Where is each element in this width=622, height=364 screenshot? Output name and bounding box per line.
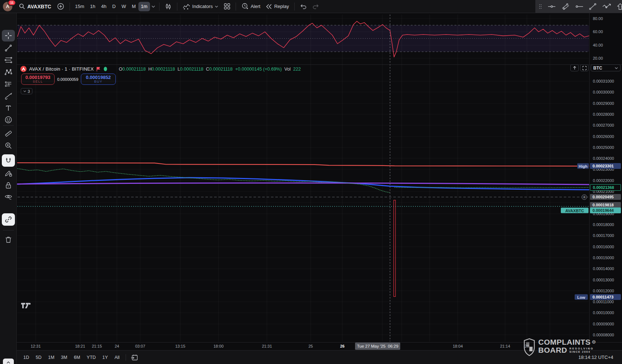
price-tick-label: 0.00022000 xyxy=(593,178,614,183)
date-range-button[interactable]: All xyxy=(111,354,122,361)
remove-drawings-button[interactable] xyxy=(2,234,15,245)
layout-button[interactable] xyxy=(221,1,233,11)
chevron-down-icon[interactable] xyxy=(151,5,155,8)
maximize-pane-button[interactable] xyxy=(580,64,588,71)
alert-line-price-badge: 0.00020495 xyxy=(590,194,621,200)
date-range-button[interactable]: 3M xyxy=(58,354,70,361)
emoji-tool-button[interactable] xyxy=(2,114,15,126)
drag-handle-icon[interactable] xyxy=(539,4,542,9)
brush-tool-button[interactable] xyxy=(2,90,15,102)
avatar[interactable]: A 11 xyxy=(3,2,12,11)
toolbar-divider xyxy=(177,3,177,11)
trend-line-button[interactable] xyxy=(2,42,15,54)
search-icon xyxy=(19,3,25,9)
ohlc-item: O0.00021118 xyxy=(119,67,146,72)
date-range-button[interactable]: 1M xyxy=(45,354,57,361)
ray-tool-icon[interactable] xyxy=(575,5,583,8)
timeframe-button[interactable]: M xyxy=(129,2,138,11)
toolbar-divider xyxy=(126,354,126,361)
goto-date-icon[interactable] xyxy=(131,354,138,361)
hide-drawings-button[interactable] xyxy=(2,191,15,203)
horizontal-line-tool-icon[interactable] xyxy=(548,4,556,9)
timeframe-button[interactable]: D xyxy=(110,2,118,11)
timeframe-group: 15m1h4hDWM xyxy=(72,2,138,11)
flag-icon[interactable] xyxy=(96,67,101,72)
parallel-channel-tool-icon[interactable] xyxy=(562,3,570,10)
timeframe-button[interactable]: 4h xyxy=(99,2,109,11)
trend-line-tool-icon[interactable] xyxy=(589,3,597,10)
date-range-button[interactable]: 5D xyxy=(33,354,44,361)
high-tag: High xyxy=(577,163,589,169)
pane-separator[interactable] xyxy=(17,64,622,65)
time-tick-label: 12:31 xyxy=(31,344,41,348)
add-alert-plus-icon[interactable]: + xyxy=(582,194,587,200)
price-tick-label: 0.00017000 xyxy=(593,233,614,238)
indicators-icon xyxy=(183,4,190,9)
fib-retracement-button[interactable] xyxy=(2,54,15,66)
date-range-button[interactable]: 1D xyxy=(20,354,32,361)
undo-icon xyxy=(300,4,307,9)
polyline-arrow-tool-icon[interactable] xyxy=(602,4,611,9)
time-axis-separator xyxy=(17,342,622,343)
redo-button[interactable] xyxy=(310,1,322,11)
replay-button[interactable]: Replay xyxy=(263,1,292,11)
candles-icon xyxy=(165,3,172,10)
avax-logo-icon xyxy=(20,66,27,72)
legend[interactable]: AVAX / Bitcoin · 1 · BITFINEX O0.0002111… xyxy=(20,66,301,72)
alert-button[interactable]: Alert xyxy=(239,1,263,11)
buy-label: BUY xyxy=(94,80,102,83)
timeframe-button-selected[interactable]: 1m xyxy=(138,2,150,11)
drawing-edit-lock-button[interactable] xyxy=(2,167,15,179)
current-time-clock[interactable]: 18:14:12 UTC+4 xyxy=(578,355,613,360)
emoji-icon xyxy=(4,116,12,124)
publish-arrow-icon[interactable] xyxy=(617,3,622,10)
axis-unit-button[interactable]: BTC xyxy=(591,64,621,71)
price-tick-label: 0.00030000 xyxy=(593,90,614,94)
crosshair-time-tooltip: Tue 27 May '25 06:29 xyxy=(355,343,400,350)
tradingview-logo[interactable] xyxy=(21,303,31,309)
timeframe-button[interactable]: W xyxy=(119,2,129,11)
ohlc-key: H xyxy=(148,67,151,72)
date-range-button[interactable]: 1Y xyxy=(99,354,111,361)
chevron-down-icon xyxy=(215,5,218,8)
forecast-tool-button[interactable] xyxy=(2,78,15,90)
pattern-icon xyxy=(4,68,12,76)
chart-style-button[interactable] xyxy=(162,1,174,11)
collapse-toolbar-button[interactable] xyxy=(3,359,14,364)
indicators-button[interactable]: Indicators xyxy=(180,1,221,11)
magnet-mode-button[interactable] xyxy=(2,154,15,167)
crosshair-tool-button[interactable] xyxy=(2,30,15,41)
legend-collapsed-indicators[interactable]: 3 xyxy=(21,88,32,94)
time-tick-label: 24 xyxy=(115,344,119,348)
timeframe-button[interactable]: 15m xyxy=(72,2,87,11)
hide-drawings-icon xyxy=(4,193,12,201)
date-range-button[interactable]: YTD xyxy=(84,354,99,361)
sync-drawings-button[interactable] xyxy=(2,213,15,226)
zoom-in-button[interactable] xyxy=(2,140,15,151)
symbol-search-button[interactable]: AVAXBTC xyxy=(16,1,54,11)
undo-button[interactable] xyxy=(297,1,310,11)
volume: Vol222 xyxy=(284,67,301,72)
tradingview-app: { "topbar": { "avatar_letter": "A", "not… xyxy=(0,0,622,364)
timeframe-button[interactable]: 1h xyxy=(87,2,98,11)
lock-all-drawings-button[interactable] xyxy=(2,179,15,191)
date-range-button[interactable]: 6M xyxy=(71,354,83,361)
move-pane-up-button[interactable] xyxy=(570,64,579,71)
measure-tool-button[interactable] xyxy=(2,128,15,139)
collapsed-count: 3 xyxy=(28,89,30,94)
plus-circle-icon xyxy=(57,3,64,10)
rsi-tick-label: 80.00 xyxy=(593,16,603,21)
watermark-sub1: RESOLVING xyxy=(570,347,594,351)
layout-grid-icon xyxy=(224,3,230,9)
buy-button[interactable]: 0.00019852 BUY xyxy=(81,74,116,85)
add-symbol-button[interactable] xyxy=(54,1,67,11)
sell-button[interactable]: 0.00019793 SELL xyxy=(21,74,55,85)
price-tick-label: 0.00025000 xyxy=(593,145,614,150)
date-range-group: 1D5D1M3M6MYTD1YAll xyxy=(20,354,122,361)
vol-value: 222 xyxy=(293,67,301,72)
pattern-tool-button[interactable] xyxy=(2,66,15,78)
time-tick-label: 26 xyxy=(340,344,345,348)
price-tick-label: 0.00027000 xyxy=(593,123,614,127)
ohlc-value: 0.00021118 xyxy=(151,67,175,72)
text-tool-button[interactable] xyxy=(2,102,15,114)
